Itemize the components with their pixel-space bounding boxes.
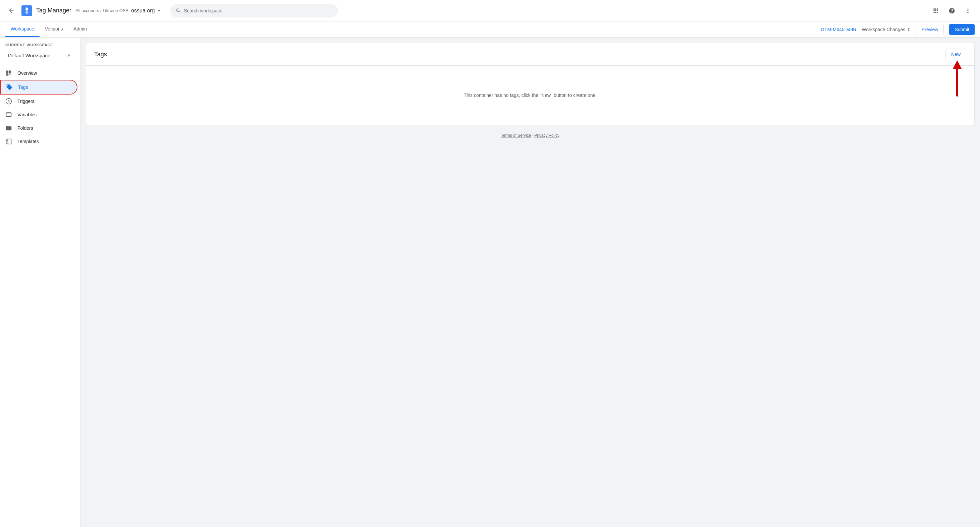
sidebar-item-tags-label: Tags <box>18 84 28 90</box>
sidebar-item-overview[interactable]: Overview <box>0 66 78 80</box>
sidebar-item-templates[interactable]: Templates <box>0 135 78 148</box>
gtm-logo <box>21 5 32 16</box>
content-card: Tags New This container has no tags, cli… <box>86 43 975 125</box>
topbar-right <box>929 4 975 18</box>
main-content: Tags New This container has no tags, cli… <box>80 38 980 527</box>
workspace-name: Default Workspace <box>8 53 50 58</box>
account-dropdown[interactable]: ossua.org <box>131 8 162 14</box>
gtm-id[interactable]: GTM-M645D48R <box>821 27 857 32</box>
more-icon-button[interactable] <box>961 4 975 18</box>
terms-link[interactable]: Terms of Service <box>501 133 531 138</box>
sidebar-item-variables[interactable]: Variables <box>0 108 78 121</box>
variables-icon <box>5 111 12 118</box>
dropdown-icon <box>156 8 162 14</box>
sidebar-item-triggers[interactable]: Triggers <box>0 94 78 108</box>
sidebar-item-folders-label: Folders <box>18 126 33 131</box>
tags-icon <box>6 84 13 91</box>
breadcrumb-separator: › <box>100 8 102 13</box>
help-icon-button[interactable] <box>945 4 959 18</box>
current-workspace-label: CURRENT WORKSPACE <box>0 43 80 49</box>
sidebar-item-templates-label: Templates <box>18 139 39 144</box>
workspace-chevron-icon <box>66 52 72 58</box>
templates-icon <box>5 138 12 145</box>
new-button[interactable]: New <box>945 49 966 60</box>
privacy-link[interactable]: Privacy Policy <box>534 133 559 138</box>
sidebar-item-variables-label: Variables <box>18 112 37 117</box>
folders-icon <box>5 125 12 131</box>
content-header: Tags New <box>86 43 974 66</box>
footer-separator: · <box>532 133 533 138</box>
breadcrumb-account: Ukraine OSS <box>103 8 129 13</box>
help-icon <box>948 7 955 14</box>
content-empty: This container has no tags, click the "N… <box>86 66 974 125</box>
sidebar-item-triggers-label: Triggers <box>18 99 35 104</box>
sidebar-item-tags[interactable]: Tags <box>0 80 78 94</box>
search-bar[interactable] <box>170 4 338 18</box>
svg-rect-2 <box>6 113 11 117</box>
search-icon <box>176 8 181 14</box>
navtabs-left: Workspace Versions Admin <box>5 21 92 37</box>
svg-rect-3 <box>6 139 11 144</box>
search-input[interactable] <box>184 8 332 13</box>
more-vert-icon <box>964 7 971 14</box>
tab-admin[interactable]: Admin <box>68 21 92 37</box>
tab-workspace[interactable]: Workspace <box>5 21 40 37</box>
submit-button[interactable]: Submit <box>949 24 975 35</box>
navtabs-right: GTM-M645D48R Workspace Changes: 0 Previe… <box>821 24 975 35</box>
sidebar-item-overview-label: Overview <box>18 70 37 76</box>
topbar-left: Tag Manager All accounts › Ukraine OSS <box>5 5 128 17</box>
breadcrumb-all-accounts: All accounts <box>75 8 99 13</box>
workspace-changes: Workspace Changes: 0 <box>862 27 910 32</box>
layout: CURRENT WORKSPACE Default Workspace Over… <box>0 38 980 527</box>
workspace-selector[interactable]: Default Workspace <box>3 49 78 61</box>
new-btn-container: New <box>945 49 966 60</box>
triggers-icon <box>5 98 12 105</box>
preview-button[interactable]: Preview <box>916 24 944 35</box>
nav-tabs: Workspace Versions Admin GTM-M645D48R Wo… <box>0 21 980 38</box>
breadcrumb: All accounts › Ukraine OSS <box>75 8 128 13</box>
topbar: Tag Manager All accounts › Ukraine OSS o… <box>0 0 980 21</box>
app-name: Tag Manager <box>36 7 72 14</box>
sidebar-item-folders[interactable]: Folders <box>0 121 78 135</box>
apps-icon <box>932 7 939 14</box>
back-button[interactable] <box>5 5 18 17</box>
empty-message: This container has no tags, click the "N… <box>464 92 597 98</box>
content-title: Tags <box>94 51 107 58</box>
sidebar: CURRENT WORKSPACE Default Workspace Over… <box>0 38 80 527</box>
overview-icon <box>5 70 12 76</box>
tab-versions[interactable]: Versions <box>40 21 68 37</box>
account-name: ossua.org <box>131 8 154 14</box>
footer: Terms of Service · Privacy Policy <box>86 125 975 146</box>
grid-icon-button[interactable] <box>929 4 942 18</box>
